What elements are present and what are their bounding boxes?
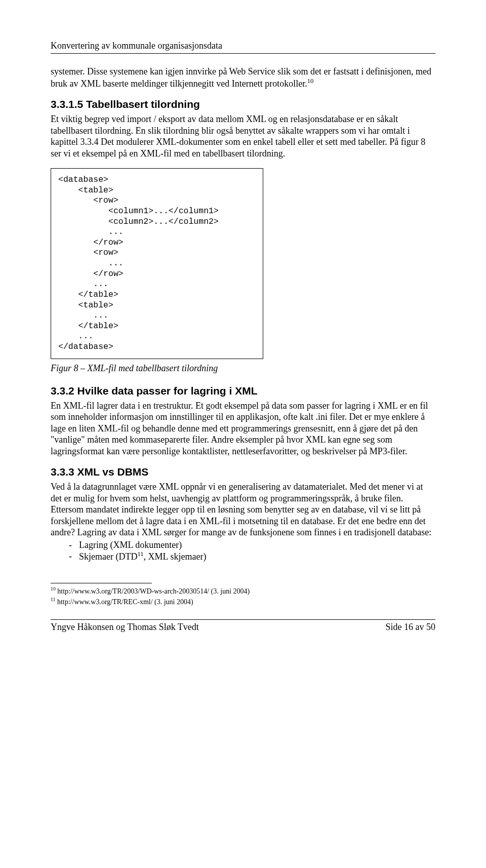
footnote-ref-11: 11 xyxy=(137,550,143,558)
footnote-text-11: http://www.w3.org/TR/REC-xml/ (3. juni 2… xyxy=(55,598,193,606)
paragraph-333-2: Ettersom mandatet indirekte legger opp t… xyxy=(51,504,435,538)
heading-332: 3.3.2 Hvilke data passer for lagring i X… xyxy=(51,385,435,397)
footer-authors: Yngve Håkonsen og Thomas Sløk Tvedt xyxy=(51,622,199,633)
code-xml: <database> <table> <row> <column1>...</c… xyxy=(58,175,256,352)
footer-page-number: Side 16 av 50 xyxy=(386,622,436,633)
paragraph-333-1: Ved å la datagrunnlaget være XML oppnår … xyxy=(51,481,435,504)
page: Konvertering av kommunale organisasjonsd… xyxy=(0,0,486,663)
heading-3315: 3.3.1.5 Tabellbasert tilordning xyxy=(51,98,435,110)
bullet-list: - Lagring (XML dokumenter) - Skjemaer (D… xyxy=(51,539,435,563)
dash-icon: - xyxy=(69,539,79,551)
paragraph-intro: systemer. Disse systemene kan igjen innv… xyxy=(51,66,435,89)
footnote-separator xyxy=(51,583,152,583)
footnote-11: 11 http://www.w3.org/TR/REC-xml/ (3. jun… xyxy=(51,596,435,607)
footnote-ref-10: 10 xyxy=(307,77,314,85)
footer-rule xyxy=(51,619,435,620)
list-item2-a: Skjemaer (DTD xyxy=(79,551,137,562)
footnote-num-10: 10 xyxy=(51,586,56,591)
footnote-10: 10 http://www.w3.org/TR/2003/WD-ws-arch-… xyxy=(51,585,435,597)
dash-icon: - xyxy=(69,550,79,563)
header-rule xyxy=(51,53,435,54)
list-item2-b: , XML skjemaer) xyxy=(144,551,207,562)
paragraph-3315: Et viktig begrep ved import / eksport av… xyxy=(51,113,435,159)
page-header: Konvertering av kommunale organisasjonsd… xyxy=(51,41,435,51)
list-item: - Lagring (XML dokumenter) xyxy=(69,539,435,551)
page-footer: Yngve Håkonsen og Thomas Sløk Tvedt Side… xyxy=(51,622,435,633)
code-box-xml: <database> <table> <row> <column1>...</c… xyxy=(51,168,263,359)
paragraph-332: En XML-fil lagrer data i en trestruktur.… xyxy=(51,400,435,457)
list-item: - Skjemaer (DTD11, XML skjemaer) xyxy=(69,550,435,563)
figure-caption-8: Figur 8 – XML-fil med tabellbasert tilor… xyxy=(51,363,435,374)
paragraph-intro-text: systemer. Disse systemene kan igjen innv… xyxy=(51,66,431,89)
heading-333: 3.3.3 XML vs DBMS xyxy=(51,466,435,478)
list-item-text: Lagring (XML dokumenter) xyxy=(79,539,182,551)
footnote-text-10: http://www.w3.org/TR/2003/WD-ws-arch-200… xyxy=(56,587,250,595)
list-item-text: Skjemaer (DTD11, XML skjemaer) xyxy=(79,550,206,563)
